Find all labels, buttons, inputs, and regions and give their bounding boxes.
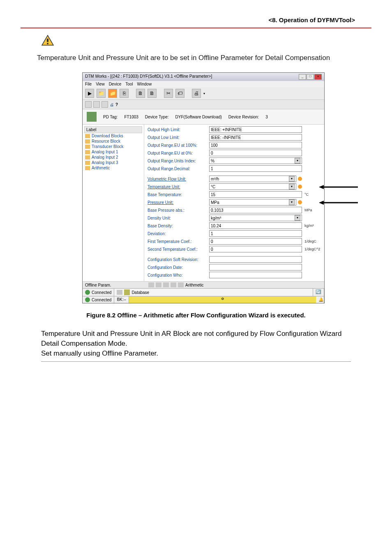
density-unit-label: Density Unit: bbox=[148, 216, 209, 220]
tree-item-analog-input-2[interactable]: Analog Input 2 bbox=[84, 155, 142, 160]
tool-copy-icon[interactable]: ⎘ bbox=[120, 89, 129, 98]
menu-window[interactable]: Window bbox=[137, 82, 152, 86]
chevron-down-icon[interactable]: ▼ bbox=[289, 184, 295, 190]
tab-nav-icon[interactable] bbox=[163, 282, 169, 287]
database-label: Database bbox=[131, 290, 149, 295]
output-high-limit-input[interactable]: IEEE: +INFINITE bbox=[209, 126, 302, 133]
tree-item-download-blocks[interactable]: Download Blocks bbox=[84, 133, 142, 139]
view-icon2[interactable] bbox=[93, 101, 100, 108]
menu-view[interactable]: View bbox=[96, 82, 105, 86]
refresh-icon[interactable]: 🔄 bbox=[316, 289, 321, 294]
temperature-unit-select[interactable]: °C▼ bbox=[209, 183, 296, 190]
close-button[interactable]: × bbox=[314, 74, 322, 80]
connected-status-2: Connected bbox=[92, 298, 111, 302]
tab-offline-param[interactable]: Offline Param. bbox=[85, 283, 147, 287]
menu-tool[interactable]: Tool bbox=[125, 82, 133, 86]
chevron-down-icon[interactable]: ▼ bbox=[289, 199, 295, 205]
section-header: <8. Operation of DYFMVTool> bbox=[21, 16, 371, 23]
tree-item-analog-input-1[interactable]: Analog Input 1 bbox=[84, 149, 142, 155]
base-density-unit: kg/m³ bbox=[304, 224, 321, 228]
intro-text: Temperature Unit and Pressure Unit are t… bbox=[37, 54, 355, 62]
action-indicator-icon bbox=[298, 177, 302, 181]
tree-item-transducer-block[interactable]: Transducer Block bbox=[84, 144, 142, 149]
svg-marker-6 bbox=[319, 201, 324, 205]
device-icon bbox=[87, 112, 97, 122]
output-range-decimal-input[interactable]: 1 bbox=[209, 165, 302, 172]
tab-nav-icon[interactable] bbox=[156, 282, 161, 287]
header-divider bbox=[21, 28, 371, 28]
output-range-units-label: Output Range.Units Index: bbox=[148, 159, 209, 163]
second-temp-coef-unit: 1/degC^2 bbox=[304, 247, 321, 251]
tree-item-analog-input-3[interactable]: Analog Input 3 bbox=[84, 160, 142, 165]
tab-nav-icon[interactable] bbox=[178, 282, 184, 287]
chevron-down-icon[interactable]: ▼ bbox=[289, 176, 295, 182]
status-bar-1: Connected Database 🔄 bbox=[83, 288, 324, 296]
density-unit-select[interactable]: kg/m³▼ bbox=[209, 215, 302, 221]
first-temp-coef-input[interactable]: 0 bbox=[209, 238, 302, 245]
base-temperature-input[interactable]: 15 bbox=[209, 191, 302, 198]
volumetric-flow-unit-select[interactable]: m³/h▼ bbox=[209, 176, 296, 182]
device-type-label: Device Type: bbox=[145, 115, 169, 119]
view-icon1[interactable] bbox=[85, 101, 92, 108]
first-temp-coef-label: First Temperature Coef.: bbox=[148, 239, 209, 244]
output-range-eu-0-input[interactable]: 0 bbox=[209, 150, 302, 156]
svg-point-2 bbox=[47, 43, 48, 44]
tree-header: Label bbox=[84, 126, 142, 133]
window-title: DTM Works - [(242 : FT1003) DYF(SoftDL) … bbox=[85, 74, 212, 80]
tree-label: Download Blocks bbox=[92, 134, 123, 138]
output-range-units-select[interactable]: %▼ bbox=[209, 157, 302, 164]
second-temp-coef-input[interactable]: 0 bbox=[209, 246, 302, 252]
connected-icon bbox=[85, 290, 90, 295]
maximize-button[interactable]: □ bbox=[307, 74, 314, 80]
tool-scissors-icon[interactable]: ✂ bbox=[164, 89, 173, 98]
output-low-limit-label: Output Low Limit: bbox=[148, 135, 209, 140]
view-icon3[interactable] bbox=[101, 101, 108, 108]
device-type-value: DYF(Software Download) bbox=[175, 115, 221, 119]
tab-arithmetic-label[interactable]: Arithmetic bbox=[185, 283, 203, 287]
config-soft-rev-input[interactable] bbox=[209, 256, 302, 263]
tool-tag-icon[interactable]: 🏷 bbox=[175, 89, 184, 98]
tool-start-icon[interactable]: ▶ bbox=[85, 89, 94, 98]
loading-icon bbox=[117, 290, 122, 295]
view-toolbar: 🖨 ? bbox=[83, 100, 324, 109]
tree-item-arithmetic[interactable]: Arithmetic bbox=[84, 165, 142, 171]
pressure-unit-select[interactable]: MPa▼ bbox=[209, 199, 296, 206]
config-who-label: Configuration Who: bbox=[148, 273, 209, 278]
database-icon bbox=[124, 289, 130, 295]
base-pressure-label: Base Pressure abs.: bbox=[148, 208, 209, 213]
device-revision-value: 3 bbox=[265, 115, 268, 119]
connected-icon bbox=[85, 297, 90, 302]
second-temp-coef-label: Second Temperature Coef.: bbox=[148, 247, 209, 252]
base-density-input[interactable]: 10.24 bbox=[209, 222, 302, 229]
chevron-down-icon[interactable]: ▼ bbox=[295, 215, 300, 221]
tool-print-icon[interactable]: 🖨 bbox=[192, 89, 201, 98]
base-pressure-input[interactable]: 0.1013 bbox=[209, 207, 302, 213]
status-bar-2: Connected BK:-- ⭘ 🔔 bbox=[83, 296, 324, 303]
volumetric-flow-unit-label: Volumetric Flow Unit: bbox=[148, 177, 209, 181]
tab-nav-icon[interactable] bbox=[148, 282, 154, 287]
output-range-eu-100-input[interactable]: 100 bbox=[209, 142, 302, 148]
config-who-input[interactable] bbox=[209, 272, 302, 278]
tool-folder2-icon[interactable]: 📁 bbox=[108, 89, 117, 98]
output-range-decimal-label: Output Range.Decimal: bbox=[148, 166, 209, 171]
tool-folder-icon[interactable]: 📁 bbox=[97, 89, 106, 98]
tree-label: Resource Block bbox=[92, 139, 120, 143]
output-low-limit-input[interactable]: IEEE: -INFINITE bbox=[209, 134, 302, 141]
app-window: DTM Works - [(242 : FT1003) DYF(SoftDL) … bbox=[82, 72, 325, 303]
svg-marker-4 bbox=[319, 185, 324, 189]
menu-file[interactable]: File bbox=[85, 82, 92, 86]
tab-nav-icon[interactable] bbox=[171, 282, 176, 287]
base-temperature-label: Base Temperature: bbox=[148, 192, 209, 197]
tool-doc2-icon[interactable]: 🗎 bbox=[148, 89, 157, 98]
device-revision-label: Device Revision: bbox=[228, 115, 259, 119]
menu-device[interactable]: Device bbox=[109, 82, 122, 86]
tree-item-resource-block[interactable]: Resource Block bbox=[84, 139, 142, 144]
callout-arrow-icon bbox=[319, 184, 358, 190]
first-temp-coef-unit: 1/degC bbox=[304, 239, 321, 243]
tool-doc1-icon[interactable]: 🗎 bbox=[136, 89, 145, 98]
minimize-button[interactable]: _ bbox=[299, 74, 306, 80]
chevron-down-icon[interactable]: ▼ bbox=[295, 158, 300, 164]
config-date-input[interactable] bbox=[209, 264, 302, 271]
deviation-input[interactable]: 1 bbox=[209, 230, 302, 237]
warning-icon bbox=[41, 35, 54, 46]
